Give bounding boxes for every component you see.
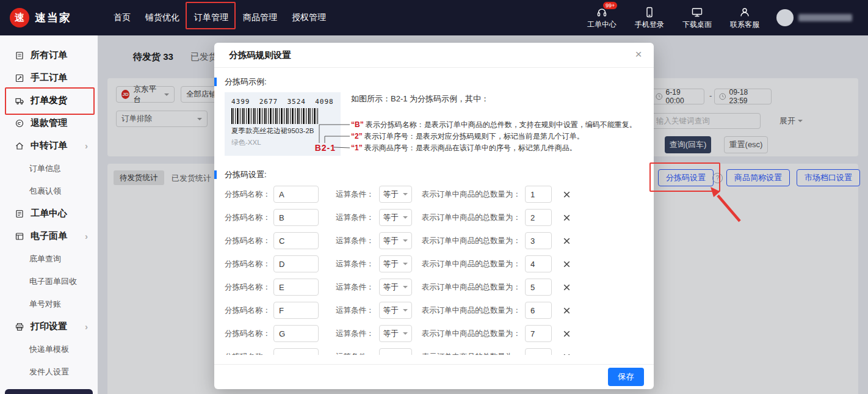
delete-row-icon[interactable]: [562, 306, 571, 315]
rule-quantity-input[interactable]: [525, 232, 552, 249]
sidebar-item[interactable]: 打单发货 ›: [0, 89, 98, 112]
rule-condition-select[interactable]: 等于: [379, 302, 412, 319]
sidebar-item[interactable]: 电子面单回收 ›: [0, 270, 98, 293]
ship-icon: [15, 96, 24, 106]
avatar[interactable]: [776, 9, 794, 26]
explanation-line: “1”表示商品序号：是表示商品在该订单中的序号，标记第几件商品。: [351, 142, 637, 154]
rule-name-input[interactable]: [273, 186, 319, 203]
close-icon[interactable]: [632, 48, 645, 61]
user-cluster[interactable]: [776, 9, 852, 26]
rule-name-label: 分拣码名称：: [225, 213, 270, 223]
sidebar-item[interactable]: 退款管理 ›: [0, 112, 98, 134]
topnav-tools: 99+ 工单中心 手机登录: [586, 6, 761, 30]
waybill-icon: [15, 232, 24, 241]
workorder-icon: [15, 209, 24, 219]
rule-condition-select[interactable]: 等于: [379, 279, 412, 296]
rule-quantity-input[interactable]: [525, 348, 552, 355]
top-nav-item[interactable]: 订单管理: [194, 9, 228, 27]
rule-condition-value: 等于: [383, 305, 399, 316]
explanation-line: “2”表示订单序号：是表示对应分拣码规则下，标记当前是第几个订单。: [351, 131, 637, 142]
sidebar-item[interactable]: 底单查询 ›: [0, 247, 98, 270]
delete-row-icon[interactable]: [562, 260, 571, 269]
sidebar-item[interactable]: 包裹认领 ›: [0, 180, 98, 202]
rule-quantity-label: 表示订单中商品的总数量为：: [422, 213, 521, 223]
sidebar-item[interactable]: 单号对账 ›: [0, 293, 98, 315]
rule-quantity-label: 表示订单中商品的总数量为：: [422, 305, 521, 316]
rule-quantity-input[interactable]: [525, 325, 552, 342]
rule-quantity-label: 表示订单中商品的总数量为：: [422, 329, 521, 339]
rule-condition-select[interactable]: 等于: [379, 186, 412, 203]
brand-logo: 速: [10, 8, 29, 27]
brand: 速 速当家: [0, 8, 104, 27]
rule-name-input[interactable]: [273, 209, 319, 226]
rule-name-input[interactable]: [273, 255, 319, 272]
delete-row-icon[interactable]: [562, 190, 571, 199]
delete-row-icon[interactable]: [562, 236, 571, 246]
monitor-icon: [691, 10, 703, 20]
sidebar-item[interactable]: 订单信息 ›: [0, 157, 98, 180]
delete-row-icon[interactable]: [562, 352, 571, 356]
rule-name-input[interactable]: [273, 279, 319, 296]
rule-condition-label: 运算条件：: [336, 189, 374, 200]
sorting-rule-row: 分拣码名称： 运算条件： 等于 表示订单中商品的总数量为：: [225, 252, 639, 275]
rule-quantity-input[interactable]: [525, 255, 552, 272]
rule-name-input[interactable]: [273, 302, 319, 319]
rule-quantity-input[interactable]: [525, 209, 552, 226]
sidebar-item[interactable]: 所有订单 ›: [0, 44, 98, 67]
rule-name-input[interactable]: [273, 348, 319, 355]
topnav-tool[interactable]: 联系客服: [729, 6, 761, 30]
app-screen: 速 速当家 首页 铺货优化 订单管理 商品管理 授权管理 9: [0, 0, 868, 394]
sidebar-item[interactable]: 手工订单 ›: [0, 67, 98, 89]
sidebar-list: 所有订单 › 手工订单 › 打单发货 › 退款管理: [0, 44, 98, 383]
sorting-rules-list: 分拣码名称： 运算条件： 等于 表示订单中商品的总数量为：: [225, 183, 639, 355]
rule-quantity-input[interactable]: [525, 186, 552, 203]
save-button[interactable]: 保存: [608, 368, 644, 386]
rule-quantity-input[interactable]: [525, 302, 552, 319]
top-nav-item[interactable]: 商品管理: [243, 9, 277, 27]
rule-name-input[interactable]: [273, 232, 319, 249]
sorting-rule-row: 分拣码名称： 运算条件： 等于 表示订单中商品的总数量为：: [225, 206, 639, 229]
rule-condition-value: 等于: [383, 282, 399, 293]
topnav-tool-label: 工单中心: [587, 20, 617, 30]
delete-row-icon[interactable]: [562, 329, 571, 338]
top-nav-item[interactable]: 首页: [114, 9, 131, 27]
sidebar-item[interactable]: 中转订单 ›: [0, 134, 98, 157]
notification-badge: 99+: [603, 2, 617, 9]
rule-quantity-label: 表示订单中商品的总数量为：: [422, 189, 521, 200]
chevron-down-icon: [403, 286, 408, 291]
rule-condition-select[interactable]: 等于: [379, 232, 412, 249]
delete-row-icon[interactable]: [562, 283, 571, 292]
top-nav-item[interactable]: 授权管理: [292, 9, 326, 27]
topnav-tool[interactable]: 下载桌面: [681, 6, 713, 30]
topnav-tool[interactable]: 手机登录: [634, 6, 665, 30]
rule-quantity-input[interactable]: [525, 279, 552, 296]
rule-condition-label: 运算条件：: [336, 352, 374, 356]
rule-condition-label: 运算条件：: [336, 259, 374, 269]
sidebar-item[interactable]: 工单中心 ›: [0, 202, 98, 225]
rule-condition-select[interactable]: 等于: [379, 209, 412, 226]
chevron-down-icon: [403, 332, 408, 337]
rule-condition-select[interactable]: [379, 348, 412, 355]
sidebar-item[interactable]: 快递单模板 ›: [0, 338, 98, 360]
modal-title: 分拣码规则设置: [229, 49, 291, 61]
topnav-tool[interactable]: 99+ 工单中心: [586, 6, 618, 30]
delete-row-icon[interactable]: [562, 213, 571, 222]
rule-condition-value: 等于: [383, 329, 399, 339]
rule-condition-select[interactable]: 等于: [379, 325, 412, 342]
topnav-tool-label: 下载桌面: [682, 20, 712, 30]
sorting-code-rules-modal: 分拣码规则设置 分拣码示例: 4399 2677 3524 4098 夏季款亮丝…: [214, 43, 654, 389]
rule-name-input[interactable]: [273, 325, 319, 342]
explanation-key: “1”: [351, 144, 363, 152]
top-nav-item[interactable]: 铺货优化: [145, 9, 179, 27]
sorting-rule-row: 分拣码名称： 运算条件： 表示订单中商品的总数量为：: [225, 345, 639, 355]
rule-quantity-label: 表示订单中商品的总数量为：: [422, 259, 521, 269]
rule-condition-select[interactable]: 等于: [379, 255, 412, 272]
sidebar-bottom-button[interactable]: [5, 389, 93, 394]
refund-icon: [15, 119, 24, 128]
sidebar-item[interactable]: 电子面单 ›: [0, 225, 98, 247]
sidebar-item[interactable]: 打印设置 ›: [0, 315, 98, 338]
chevron-right-icon: ›: [85, 321, 88, 332]
sidebar-item[interactable]: 发件人设置 ›: [0, 360, 98, 383]
rule-condition-value: 等于: [383, 213, 399, 223]
example-section-label: 分拣码示例:: [225, 76, 639, 87]
